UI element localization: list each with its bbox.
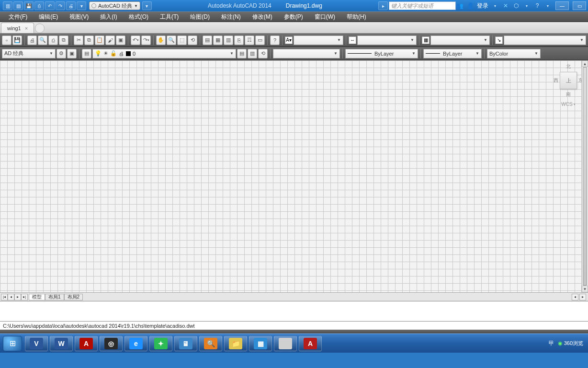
viewcube[interactable]: 北 西 上 东 南 WCS▾ <box>554 63 583 107</box>
qat-new-icon[interactable]: ▥ <box>3 1 12 10</box>
tab-last-icon[interactable]: ▸| <box>21 294 28 300</box>
menu-window[interactable]: 窗口(W) <box>309 12 341 22</box>
qat-undo-icon[interactable]: ↶ <box>45 1 55 10</box>
mleaderstyle-icon[interactable]: ↘ <box>495 36 503 44</box>
window-maximize[interactable]: ▭ <box>573 1 586 10</box>
taskbar-app-autocad[interactable]: A <box>299 336 322 351</box>
linetype-dropdown[interactable]: ByLayer ▼ <box>345 49 418 58</box>
close-tab-icon[interactable]: × <box>25 25 28 31</box>
menu-view[interactable]: 视图(V) <box>64 12 94 22</box>
taskbar-app-explorer[interactable]: 📁 <box>224 336 247 351</box>
help-icon2[interactable]: ? <box>270 35 280 45</box>
taskbar-app-ie[interactable]: e <box>124 336 147 351</box>
pan-icon[interactable]: ✋ <box>156 35 166 45</box>
taskbar-app-mstsc[interactable]: ▦ <box>249 336 272 351</box>
taskbar-app-search[interactable]: 🔍 <box>199 336 222 351</box>
tablestyle-icon[interactable]: ▦ <box>422 36 430 44</box>
plotstyle-dropdown[interactable]: ByColor▼ <box>487 49 541 58</box>
scroll-up-icon[interactable]: ▲ <box>582 60 588 67</box>
menu-dim[interactable]: 标注(N) <box>215 12 247 22</box>
dimstyle-dropdown[interactable]: ▼ <box>357 35 417 45</box>
redo-icon[interactable]: ↷▾ <box>141 35 151 45</box>
quickcalc-icon[interactable]: ▭ <box>255 35 265 45</box>
sheetset-icon[interactable]: ⎘ <box>234 35 244 45</box>
signin-icon[interactable]: 👤 <box>466 2 474 10</box>
command-history[interactable] <box>0 301 588 321</box>
qat-redo-icon[interactable]: ↷ <box>56 1 65 10</box>
command-line[interactable]: C:\Users\wu\appdata\local\autodesk\autoc… <box>0 321 588 330</box>
tpalette-icon[interactable]: ▥ <box>224 35 233 45</box>
exchange-x-icon[interactable]: ✕ <box>502 2 509 10</box>
layer-state-icon[interactable]: ▤ <box>237 49 247 58</box>
taskbar-app-acrobat[interactable]: A <box>75 336 98 351</box>
menu-format[interactable]: 格式(O) <box>123 12 154 22</box>
qat-print-icon[interactable]: 🖨 <box>66 1 76 10</box>
dcenter-icon[interactable]: ▦ <box>213 35 223 45</box>
autodesk360-icon[interactable]: 👥 <box>456 2 464 10</box>
window-minimize[interactable]: — <box>555 1 569 10</box>
3dprint-icon[interactable]: ⧉ <box>59 35 68 45</box>
menu-edit[interactable]: 编辑(E) <box>33 12 64 22</box>
preview-icon[interactable]: 🔍 <box>38 35 47 45</box>
layer-prev-icon[interactable]: ⟲ <box>258 49 268 58</box>
blockeditor-icon[interactable]: ▣ <box>116 35 125 45</box>
drawing-area[interactable]: 北 西 上 东 南 WCS▾ ▲ ▼ <box>0 60 588 292</box>
zoom-realtime-icon[interactable]: 🔍 <box>167 35 176 45</box>
tab-first-icon[interactable]: |◂ <box>1 294 8 300</box>
publish-icon[interactable]: ⎙ <box>48 35 58 45</box>
menu-file[interactable]: 文件(F) <box>3 12 33 22</box>
menu-param[interactable]: 参数(P) <box>278 12 309 22</box>
dropdown3-icon[interactable]: ▾ <box>544 2 552 10</box>
qat-saveas-icon[interactable]: ⎙ <box>34 1 44 10</box>
viewcube-face[interactable]: 上 <box>560 72 577 89</box>
print-icon[interactable]: 🖨 <box>27 35 37 45</box>
viewcube-north[interactable]: 北 <box>554 63 583 70</box>
viewcube-south[interactable]: 南 <box>554 91 583 98</box>
menu-modify[interactable]: 修改(M) <box>247 12 278 22</box>
document-tab[interactable]: wing1 × <box>1 23 34 33</box>
tray-360-icon[interactable]: ◉360浏览 <box>558 340 583 347</box>
layer-iso-icon[interactable]: ▥ <box>248 49 257 58</box>
save-icon[interactable]: 💾 <box>12 35 22 45</box>
qat-more-icon[interactable]: ▾ <box>77 1 86 10</box>
viewcube-wcs[interactable]: WCS▾ <box>554 102 583 107</box>
zoom-window-icon[interactable]: ⬚ <box>177 35 187 45</box>
start-button[interactable]: ⊞ <box>3 336 22 351</box>
layer-dropdown[interactable]: 💡 ☀ 🔓 🖨 0 ▼ <box>92 49 236 58</box>
paste-icon[interactable]: 📋 <box>95 35 104 45</box>
zoom-previous-icon[interactable]: ⟲ <box>188 35 197 45</box>
mleaderstyle-dropdown[interactable]: ▼ <box>504 35 586 45</box>
taskbar-app-blank[interactable] <box>274 336 297 351</box>
textstyle-dropdown[interactable]: ▼ <box>294 35 343 45</box>
vertical-scrollbar[interactable]: ▲ ▼ <box>581 60 588 292</box>
qat-extra-icon[interactable]: ▾ <box>142 1 152 10</box>
qat-open-icon[interactable]: ▤ <box>13 1 23 10</box>
tab-next-icon[interactable]: ▸ <box>14 294 21 300</box>
dropdown2-icon[interactable]: ▾ <box>523 2 531 10</box>
hscroll-left-icon[interactable]: ◂ <box>572 294 578 300</box>
taskbar-app-app1[interactable]: ◎ <box>100 336 123 351</box>
scroll-down-icon[interactable]: ▼ <box>582 286 588 292</box>
infocenter-search[interactable]: 键入关键字或短语 <box>389 1 456 10</box>
dimstyle-icon[interactable]: ↔ <box>349 36 356 44</box>
help-icon[interactable]: ? <box>533 2 541 10</box>
taskbar-app-word[interactable]: W <box>50 336 73 351</box>
menu-draw[interactable]: 绘图(D) <box>184 12 215 22</box>
lineweight-dropdown[interactable]: ByLayer ▼ <box>423 49 482 58</box>
properties-icon[interactable]: ▤ <box>203 35 212 45</box>
signin-label[interactable]: 登录 <box>477 2 488 10</box>
cut-icon[interactable]: ✂ <box>74 35 83 45</box>
tab-layout1[interactable]: 布局1 <box>45 294 64 300</box>
markup-icon[interactable]: ☶ <box>245 35 254 45</box>
workspace2-dropdown[interactable]: AD 经典▼ <box>2 49 56 58</box>
new-document-tab[interactable] <box>35 23 45 33</box>
search-icon[interactable]: ▸ <box>378 1 388 10</box>
dropdown-icon[interactable]: ▾ <box>491 2 499 10</box>
taskbar-app-visio[interactable]: V <box>25 336 48 351</box>
viewcube-west[interactable]: 西 <box>554 77 558 84</box>
color-dropdown[interactable]: ▼ <box>273 49 340 58</box>
textstyle-icon[interactable]: A▾ <box>285 36 293 44</box>
tab-layout2[interactable]: 布局2 <box>64 294 83 300</box>
new-icon[interactable]: ▫ <box>2 35 11 45</box>
undo-icon[interactable]: ↶▾ <box>131 35 140 45</box>
